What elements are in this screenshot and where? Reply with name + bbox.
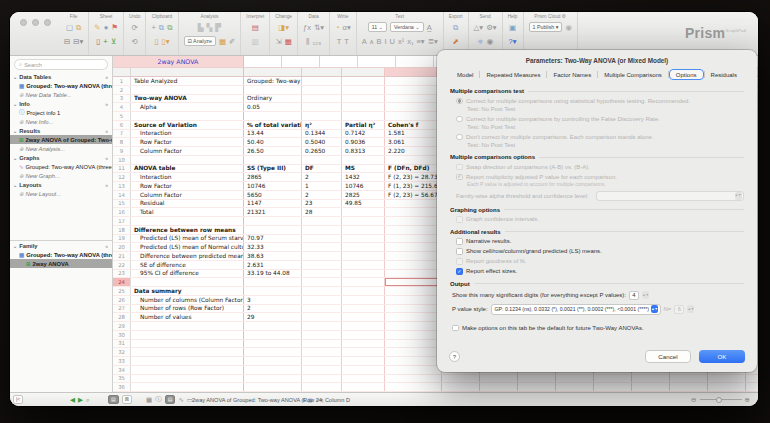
sidebar-item-2way-anova-of-grouped-two-w[interactable]: ⊞2way ANOVA of Grouped: Two-w [10,135,112,144]
row-number[interactable]: 28 [113,313,131,321]
row-number[interactable]: 18 [113,226,131,234]
chart-3-icon[interactable]: ▛ [215,23,221,32]
cell[interactable] [385,77,442,85]
row-title[interactable]: Two-way ANOVA [131,95,244,103]
row-title[interactable]: Table Analyzed [131,77,244,85]
cell[interactable] [342,278,385,286]
cell[interactable] [385,278,442,286]
cell[interactable] [302,313,342,321]
save-icon[interactable]: ⊟ [64,37,70,46]
cell[interactable] [244,112,302,120]
row-number[interactable]: 35 [113,375,131,383]
row-title[interactable]: Row Factor [131,182,244,190]
text-t1-icon[interactable]: T [337,37,342,46]
cell[interactable] [302,226,342,234]
sidebar-item-new-info[interactable]: ⊕New Info... [10,117,112,126]
cell[interactable] [342,77,385,85]
tab-multiple-comparisons[interactable]: Multiple Comparisons [598,70,668,79]
sidebar-item-grouped-two-way-anova-three[interactable]: ▦Grouped: Two-way ANOVA (three [10,250,112,259]
sidebar-item-new-data-table[interactable]: ⊕New Data Table... [10,90,112,99]
grid-view-icon[interactable]: ▦ [146,396,152,404]
cut-icon[interactable]: + [151,23,155,32]
highlight-dot-icon[interactable]: ● [104,23,109,32]
radio-button[interactable] [456,116,463,123]
new-analysis-icon[interactable]: ▦ [219,37,226,46]
cell[interactable] [385,322,442,330]
checkbox[interactable]: ✓ [456,248,463,255]
row-title[interactable]: Number of columns (Column Factor) [131,296,244,304]
row-title[interactable]: 95% CI of difference [131,270,244,278]
cell[interactable] [244,383,302,391]
sidebar-section-graphs[interactable]: ⌄Graphs» [10,153,112,162]
clipboard-icon[interactable]: ▯ [154,37,158,46]
text-t2-icon[interactable]: T [344,37,349,46]
cell[interactable]: 1147 [244,200,302,208]
column-b-header[interactable] [302,68,342,76]
cell[interactable] [385,313,442,321]
row-title[interactable]: SE of difference [131,261,244,269]
cell[interactable] [385,375,442,383]
cell[interactable]: 49.85 [342,200,385,208]
cell[interactable] [302,348,342,356]
row-number[interactable]: 21 [113,252,131,260]
swap-axes-icon[interactable]: ⇲ [275,37,281,46]
cell[interactable] [302,86,342,94]
cell[interactable]: DF [302,165,342,173]
row-number[interactable]: 1 [113,77,131,85]
search-input[interactable]: ⌕ Search [14,59,108,70]
row-title[interactable]: Interaction [131,130,244,138]
cell[interactable]: 70.97 [244,235,302,243]
cell[interactable] [302,77,342,85]
sidebar-section-info[interactable]: ⌄Info» [10,99,112,108]
font-size-select-icon[interactable]: 11 ⌄ [368,22,387,32]
make-default-checkbox[interactable]: ✓ [452,325,459,332]
checkbox[interactable]: ✓ [456,216,463,223]
row-number[interactable]: 23 [113,270,131,278]
cell[interactable] [342,375,385,383]
row-title[interactable]: Difference between row means [131,226,244,234]
row-title[interactable]: Interaction [131,173,244,181]
row-number[interactable]: 22 [113,261,131,269]
row-number[interactable]: 16 [113,208,131,216]
cell[interactable] [302,366,342,374]
cell[interactable]: SS (Type III) [244,165,302,173]
cell[interactable] [385,348,442,356]
checkbox[interactable]: ✓ [456,238,463,245]
cell[interactable] [342,235,385,243]
chart-1-icon[interactable]: ▙ [198,23,204,32]
section-overflow-icon[interactable]: » [105,101,108,107]
cell[interactable]: % of total variation [244,121,302,129]
add-sheet-icon[interactable]: + [103,37,107,46]
cell[interactable] [385,340,442,348]
cell[interactable]: 26.50 [244,147,302,155]
row-title[interactable]: ANOVA table [131,165,244,173]
cell[interactable] [342,217,385,225]
chart-2-icon[interactable]: ▚ [207,23,213,32]
row-title[interactable] [131,112,244,120]
cell[interactable]: 1.581 [385,130,442,138]
row-title[interactable] [131,322,244,330]
row-title[interactable]: Number of values [131,313,244,321]
font-bigger-icon[interactable]: A [362,37,367,46]
close-window-button[interactable] [20,19,27,26]
cell[interactable]: F (1, 23) = 215.6 [385,182,442,190]
radio-button[interactable] [456,134,463,141]
superscript-icon[interactable]: x¹ [398,37,404,46]
cell[interactable] [342,112,385,120]
gallery-view-toggle[interactable]: ⊠ [122,395,132,404]
cell[interactable] [244,156,302,164]
cell[interactable]: 10746 [244,182,302,190]
column-d-header[interactable] [385,68,442,76]
row-number[interactable]: 27 [113,305,131,313]
row-number[interactable]: 5 [113,112,131,120]
cell[interactable] [342,383,385,391]
cell[interactable]: 5650 [244,191,302,199]
row-title[interactable] [131,357,244,365]
cell[interactable] [244,331,302,339]
info-view-icon[interactable]: ⓘ [155,395,162,404]
row-number[interactable]: 3 [113,95,131,103]
cell[interactable]: 2 [302,191,342,199]
checkbox[interactable]: ✓ [456,268,463,275]
cell[interactable]: F (2, 23) = 56.67 [385,191,442,199]
transpose-icon[interactable]: ⫼ [306,37,309,46]
